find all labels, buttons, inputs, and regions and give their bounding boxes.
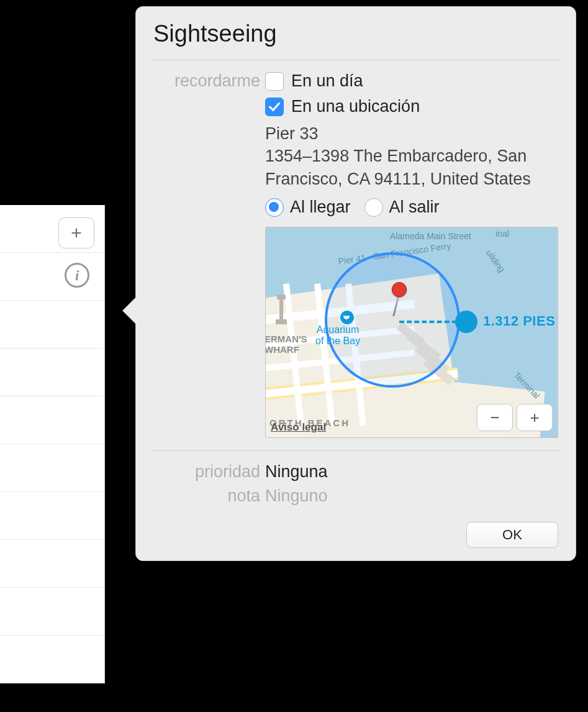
list-row[interactable] [0, 588, 104, 636]
location-place-name: Pier 33 [265, 122, 558, 145]
geofence-radius-label: 1.312 PIES [483, 313, 555, 329]
ok-button[interactable]: OK [466, 522, 558, 548]
divider [151, 450, 561, 451]
location-map[interactable]: inal Alameda Main Street Pier 41 - San F… [265, 227, 558, 438]
remind-options: En un día En una ubicación Pier 33 1354–… [265, 71, 558, 438]
plus-icon: + [530, 408, 539, 427]
arrive-leave-radio-group: Al llegar Al salir [265, 198, 558, 217]
note-label: nota [153, 486, 265, 506]
remind-on-day-label: En un día [291, 71, 363, 91]
list-row[interactable] [0, 301, 104, 349]
geofence-circle[interactable] [325, 252, 460, 388]
remind-on-day-row[interactable]: En un día [265, 71, 558, 91]
reminder-title[interactable]: Sightseeing [153, 7, 558, 60]
list-row[interactable] [0, 396, 104, 444]
radio-dot-icon [364, 198, 383, 217]
info-icon[interactable]: i [65, 263, 89, 288]
remind-label: recordarme [153, 71, 265, 91]
add-reminder-button[interactable]: + [58, 217, 94, 249]
map-street-label: uilding [484, 248, 507, 274]
priority-row[interactable]: prioridad Ninguna [153, 462, 558, 482]
list-row[interactable]: i [0, 253, 104, 301]
zoom-in-button[interactable]: + [517, 404, 553, 431]
leave-radio[interactable]: Al salir [364, 198, 440, 217]
priority-label: prioridad [153, 462, 265, 482]
list-row[interactable] [0, 636, 104, 683]
radio-dot-icon [265, 198, 284, 217]
plus-icon: + [71, 222, 82, 244]
arrive-radio-label: Al llegar [290, 198, 351, 217]
note-row[interactable]: nota Ninguno [153, 486, 558, 506]
list-row[interactable] [0, 349, 104, 396]
remind-at-location-checkbox[interactable] [265, 98, 284, 116]
minus-icon: − [490, 408, 499, 427]
list-row[interactable] [0, 492, 104, 540]
reminders-list-strip: + i [0, 205, 105, 683]
map-street-label: Alameda Main Street [390, 231, 471, 241]
map-legal-link[interactable]: Aviso legal [271, 421, 326, 434]
map-street-label: inal [495, 229, 509, 239]
note-field[interactable]: Ninguno [265, 486, 328, 506]
remind-at-location-label: En una ubicación [291, 97, 420, 116]
priority-value[interactable]: Ninguna [265, 462, 328, 482]
remind-section: recordarme En un día En una ubicación Pi… [153, 60, 558, 438]
remind-at-location-row[interactable]: En una ubicación [265, 97, 558, 116]
leave-radio-label: Al salir [389, 198, 440, 217]
remind-on-day-checkbox[interactable] [265, 72, 284, 91]
map-zoom-controls: − + [477, 404, 553, 431]
reminder-details-popover: Sightseeing recordarme En un día En una … [135, 6, 576, 561]
list-row[interactable] [0, 444, 104, 492]
button-bar: OK [153, 511, 558, 548]
list-row[interactable] [0, 540, 104, 588]
arrive-radio[interactable]: Al llegar [265, 198, 351, 217]
popover-arrow [123, 297, 137, 324]
location-street-address: 1354–1398 The Embarcadero, San Francisco… [265, 145, 558, 190]
location-address[interactable]: Pier 33 1354–1398 The Embarcadero, San F… [265, 122, 558, 190]
map-monument-icon [273, 294, 289, 326]
map-area-label: ERMAN'S WHARF [265, 334, 307, 355]
list-row[interactable]: + [0, 205, 104, 253]
zoom-out-button[interactable]: − [477, 404, 513, 431]
geofence-radius-handle[interactable] [455, 311, 477, 333]
